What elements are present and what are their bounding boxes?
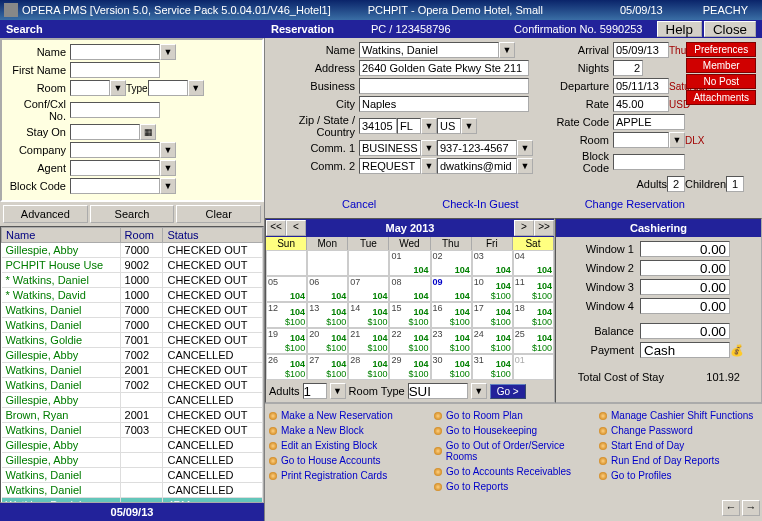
- cal-cell[interactable]: 23$100104: [431, 328, 472, 354]
- preferences-button[interactable]: Preferences: [686, 42, 756, 57]
- cal-cell[interactable]: 07104: [348, 276, 389, 302]
- cal-cell[interactable]: 15$100104: [389, 302, 430, 328]
- resv-zip-input[interactable]: [359, 118, 397, 134]
- attachments-button[interactable]: Attachments: [686, 90, 756, 105]
- table-row[interactable]: Watkins, Daniel2001CHECKED OUT: [2, 363, 263, 378]
- cal-cell[interactable]: 06104: [307, 276, 348, 302]
- table-row[interactable]: Watkins, Daniel7000CHECKED OUT: [2, 318, 263, 333]
- link-item[interactable]: Manage Cashier Shift Functions: [599, 408, 758, 423]
- resv-name-dd-icon[interactable]: ▼: [499, 42, 515, 58]
- table-row[interactable]: Brown, Ryan2001CHECKED OUT: [2, 408, 263, 423]
- resv-comm2a-input[interactable]: [359, 158, 421, 174]
- name-dd-icon[interactable]: ▼: [160, 44, 176, 60]
- cal-cell[interactable]: 21$100104: [348, 328, 389, 354]
- rate-input[interactable]: [613, 96, 669, 112]
- col-name[interactable]: Name: [2, 228, 121, 243]
- link-item[interactable]: Run End of Day Reports: [599, 453, 758, 468]
- cal-prev-button[interactable]: <: [286, 220, 306, 236]
- resv-city-input[interactable]: [359, 96, 529, 112]
- cal-cell[interactable]: 19$100104: [266, 328, 307, 354]
- table-row[interactable]: Gillespie, Abby7000CHECKED OUT: [2, 243, 263, 258]
- prev-page-button[interactable]: ←: [722, 500, 740, 516]
- departure-input[interactable]: [613, 78, 669, 94]
- table-row[interactable]: Watkins, Daniel7003CHECKED OUT: [2, 423, 263, 438]
- cal-cell[interactable]: 16$100104: [431, 302, 472, 328]
- room-dd2-icon[interactable]: ▼: [669, 132, 685, 148]
- cal-cell[interactable]: 04104: [513, 250, 554, 276]
- cal-cell[interactable]: 27$100104: [307, 354, 348, 380]
- help-button[interactable]: Help: [657, 21, 702, 37]
- member-button[interactable]: Member: [686, 58, 756, 73]
- cal-cell[interactable]: 08104: [389, 276, 430, 302]
- cal-cell[interactable]: 01104: [389, 250, 430, 276]
- no-post-button[interactable]: No Post: [686, 74, 756, 89]
- country-dd-icon[interactable]: ▼: [461, 118, 477, 134]
- cal-cell[interactable]: 22$100104: [389, 328, 430, 354]
- resv-address2-input[interactable]: [359, 78, 529, 94]
- cal-cell[interactable]: 12$100104: [266, 302, 307, 328]
- link-item[interactable]: Go to Reports: [434, 479, 593, 494]
- cal-cell[interactable]: [307, 250, 348, 276]
- agent-dd-icon[interactable]: ▼: [160, 160, 176, 176]
- cal-cell[interactable]: 28$100104: [348, 354, 389, 380]
- cal-first-button[interactable]: <<: [266, 220, 286, 236]
- type-dd-icon[interactable]: ▼: [188, 80, 204, 96]
- change-link[interactable]: Change Reservation: [585, 198, 685, 210]
- advanced-button[interactable]: Advanced: [3, 205, 88, 223]
- cal-cell[interactable]: 11$100104: [513, 276, 554, 302]
- link-item[interactable]: Edit an Existing Block: [269, 438, 428, 453]
- table-row[interactable]: Watkins, Daniel7002CHECKED OUT: [2, 378, 263, 393]
- resv-comm1a-input[interactable]: [359, 140, 421, 156]
- type-input[interactable]: [148, 80, 188, 96]
- resv-business-label[interactable]: Business: [269, 80, 359, 92]
- w2-input[interactable]: [640, 260, 730, 276]
- cal-cell[interactable]: [266, 250, 307, 276]
- next-page-button[interactable]: →: [742, 500, 760, 516]
- balance-input[interactable]: [640, 323, 730, 339]
- confcxl-input[interactable]: [70, 102, 160, 118]
- cal-cell[interactable]: 03104: [472, 250, 513, 276]
- checkin-link[interactable]: Check-In Guest: [442, 198, 518, 210]
- link-item[interactable]: Go to Room Plan: [434, 408, 593, 423]
- agent-input[interactable]: [70, 160, 160, 176]
- cal-last-button[interactable]: >>: [534, 220, 554, 236]
- table-row[interactable]: Gillespie, AbbyCANCELLED: [2, 438, 263, 453]
- cal-next-button[interactable]: >: [514, 220, 534, 236]
- close-button[interactable]: Close: [704, 21, 756, 37]
- clear-button[interactable]: Clear: [176, 205, 261, 223]
- children-input[interactable]: [726, 176, 744, 192]
- nights-input[interactable]: [613, 60, 643, 76]
- table-row[interactable]: Gillespie, AbbyCANCELLED: [2, 393, 263, 408]
- table-row[interactable]: Watkins, Daniel7000CHECKED OUT: [2, 303, 263, 318]
- cal-cell[interactable]: 14$100104: [348, 302, 389, 328]
- calendar-icon[interactable]: ▦: [140, 124, 156, 140]
- link-item[interactable]: Go to Profiles: [599, 468, 758, 483]
- rt-dd-icon[interactable]: ▼: [471, 383, 487, 399]
- comm2-dd-icon[interactable]: ▼: [421, 158, 437, 174]
- resv-state-input[interactable]: [397, 118, 421, 134]
- company-dd-icon[interactable]: ▼: [160, 142, 176, 158]
- adults-input[interactable]: [667, 176, 685, 192]
- stayon-input[interactable]: [70, 124, 140, 140]
- name-input[interactable]: [70, 44, 160, 60]
- firstname-input[interactable]: [70, 62, 160, 78]
- room-input[interactable]: [70, 80, 110, 96]
- cal-cell[interactable]: 26$100104: [266, 354, 307, 380]
- search-button[interactable]: Search: [90, 205, 175, 223]
- comm1b-dd-icon[interactable]: ▼: [517, 140, 533, 156]
- link-item[interactable]: Go to Housekeeping: [434, 423, 593, 438]
- cancel-link[interactable]: Cancel: [342, 198, 376, 210]
- resvblock-input[interactable]: [613, 154, 685, 170]
- blockcode-input[interactable]: [70, 178, 160, 194]
- table-row[interactable]: Watkins, DanielCANCELLED: [2, 468, 263, 483]
- resv-comm2b-input[interactable]: [437, 158, 517, 174]
- rt-input[interactable]: [408, 383, 468, 399]
- table-row[interactable]: Gillespie, AbbyCANCELLED: [2, 453, 263, 468]
- col-status[interactable]: Status: [163, 228, 263, 243]
- table-row[interactable]: Watkins, DanielCANCELLED: [2, 483, 263, 498]
- resv-country-input[interactable]: [437, 118, 461, 134]
- link-item[interactable]: Go to Out of Order/Service Rooms: [434, 438, 593, 464]
- table-row[interactable]: Watkins, Goldie7001CHECKED OUT: [2, 333, 263, 348]
- cal-cell[interactable]: 09104: [431, 276, 472, 302]
- blockcode-dd-icon[interactable]: ▼: [160, 178, 176, 194]
